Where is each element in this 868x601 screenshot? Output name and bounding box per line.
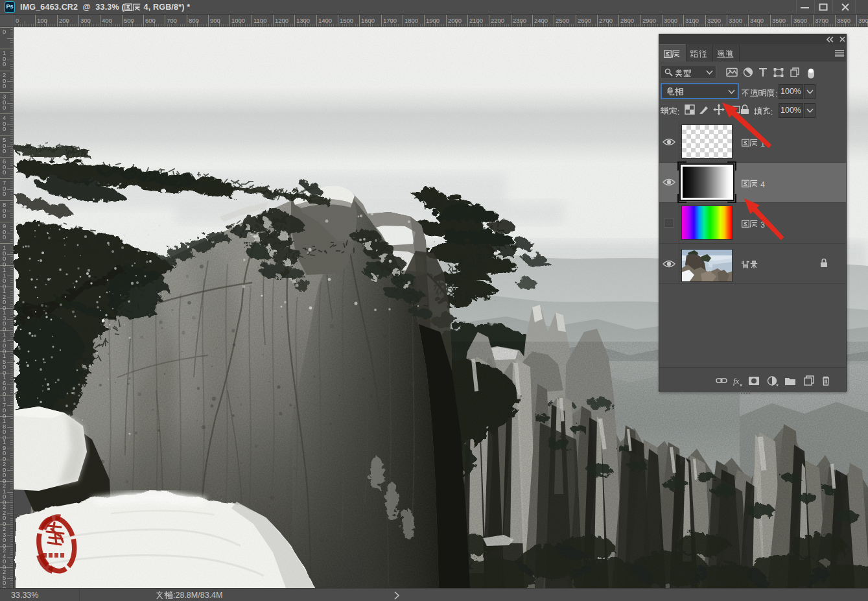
svg-text:fx: fx <box>733 376 740 386</box>
